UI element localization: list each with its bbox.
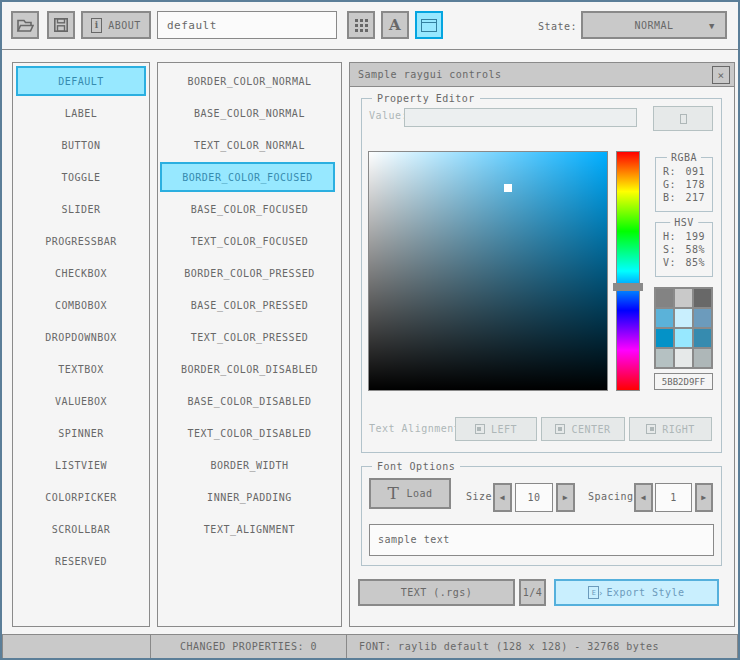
palette-swatch <box>694 289 711 307</box>
palette-swatch <box>694 349 711 367</box>
property-item-border-width[interactable]: BORDER_WIDTH <box>160 450 339 480</box>
controls-item-default[interactable]: DEFAULT <box>16 66 146 96</box>
controls-item-combobox[interactable]: COMBOBOX <box>15 290 147 320</box>
b-value: 217 <box>685 191 705 204</box>
controls-item-listview[interactable]: LISTVIEW <box>15 450 147 480</box>
align-center-icon <box>555 424 565 434</box>
close-button[interactable]: × <box>712 66 730 84</box>
controls-item-progressbar[interactable]: PROGRESSBAR <box>15 226 147 256</box>
font-sample-text-box: sample text <box>369 524 714 556</box>
about-button[interactable]: i ABOUT <box>81 11 151 39</box>
export-file-icon: E <box>588 586 599 599</box>
property-item-base-color-normal[interactable]: BASE_COLOR_NORMAL <box>160 98 339 128</box>
property-item-base-color-disabled[interactable]: BASE_COLOR_DISABLED <box>160 386 339 416</box>
spacing-decrement-button[interactable]: ◀ <box>634 483 653 512</box>
color-picker-panel[interactable] <box>368 151 608 391</box>
align-left-label: LEFT <box>491 424 517 435</box>
controls-item-toggle[interactable]: TOGGLE <box>15 162 147 192</box>
arrow-right-icon: ▶ <box>701 493 706 502</box>
controls-item-valuebox[interactable]: VALUEBOX <box>15 386 147 416</box>
hsv-h-row: H: 199 <box>656 230 712 243</box>
hex-color-value-box[interactable]: 5BB2D9FF <box>654 373 713 390</box>
property-item-border-color-normal[interactable]: BORDER_COLOR_NORMAL <box>160 66 339 96</box>
format-pager-button[interactable]: 1/4 <box>519 579 546 606</box>
square-glyph-icon <box>680 114 687 124</box>
property-item-border-color-pressed[interactable]: BORDER_COLOR_PRESSED <box>160 258 339 288</box>
state-label: State: <box>538 21 577 32</box>
state-dropdown-value: NORMAL <box>634 20 673 31</box>
hue-slider-handle[interactable] <box>613 283 643 291</box>
controls-item-colorpicker[interactable]: COLORPICKER <box>15 482 147 512</box>
export-format-button[interactable]: TEXT (.rgs) <box>358 579 515 606</box>
rgba-r-row: R: 091 <box>656 165 712 178</box>
controls-list: DEFAULT LABEL BUTTON TOGGLE SLIDER PROGR… <box>12 62 150 627</box>
arrow-left-icon: ◀ <box>641 493 646 502</box>
style-name-input[interactable] <box>157 11 337 39</box>
hue-slider[interactable] <box>616 151 640 391</box>
h-value: 199 <box>685 230 705 243</box>
property-item-text-color-disabled[interactable]: TEXT_COLOR_DISABLED <box>160 418 339 448</box>
spacing-value-box[interactable]: 1 <box>655 483 692 512</box>
view-font-button[interactable]: A <box>381 11 409 39</box>
controls-item-dropdownbox[interactable]: DROPDOWNBOX <box>15 322 147 352</box>
property-item-border-color-disabled[interactable]: BORDER_COLOR_DISABLED <box>160 354 339 384</box>
align-right-icon <box>646 424 656 434</box>
align-left-button[interactable]: LEFT <box>455 417 537 441</box>
open-file-button[interactable] <box>11 11 39 39</box>
state-dropdown[interactable]: NORMAL ▼ <box>581 11 727 39</box>
property-item-text-color-pressed[interactable]: TEXT_COLOR_PRESSED <box>160 322 339 352</box>
hsv-s-row: S: 58% <box>656 243 712 256</box>
property-item-text-color-focused[interactable]: TEXT_COLOR_FOCUSED <box>160 226 339 256</box>
controls-item-spinner[interactable]: SPINNER <box>15 418 147 448</box>
rgba-group: RGBA R: 091 G: 178 B: 217 <box>655 157 713 212</box>
palette-swatch <box>656 289 673 307</box>
view-style-table-button[interactable] <box>347 11 375 39</box>
size-value-box[interactable]: 10 <box>515 483 553 512</box>
sample-controls-window: Sample raygui controls × Property Editor… <box>349 62 735 627</box>
spacing-value: 1 <box>670 492 677 503</box>
b-label: B: <box>663 191 676 204</box>
grid-icon <box>355 19 368 32</box>
palette-swatch <box>675 309 692 327</box>
export-format-label: TEXT (.rgs) <box>401 587 473 598</box>
property-item-text-color-normal[interactable]: TEXT_COLOR_NORMAL <box>160 130 339 160</box>
window-icon <box>421 19 437 32</box>
property-item-base-color-focused[interactable]: BASE_COLOR_FOCUSED <box>160 194 339 224</box>
property-item-inner-padding[interactable]: INNER_PADDING <box>160 482 339 512</box>
align-right-button[interactable]: RIGHT <box>629 417 712 441</box>
controls-item-textbox[interactable]: TEXTBOX <box>15 354 147 384</box>
g-value: 178 <box>685 178 705 191</box>
controls-item-slider[interactable]: SLIDER <box>15 194 147 224</box>
value-label: Value: <box>369 110 408 121</box>
font-spacing-label: Spacing: <box>588 491 640 502</box>
property-item-border-color-focused[interactable]: BORDER_COLOR_FOCUSED <box>160 162 335 192</box>
spacing-increment-button[interactable]: ▶ <box>695 483 713 512</box>
property-item-base-color-pressed[interactable]: BASE_COLOR_PRESSED <box>160 290 339 320</box>
align-center-button[interactable]: CENTER <box>541 417 625 441</box>
palette-swatch <box>656 329 673 347</box>
size-increment-button[interactable]: ▶ <box>556 483 575 512</box>
view-controls-button[interactable] <box>415 11 443 39</box>
size-decrement-button[interactable]: ◀ <box>493 483 512 512</box>
r-label: R: <box>663 165 676 178</box>
load-font-button[interactable]: T Load <box>369 478 451 509</box>
value-input[interactable] <box>404 108 637 127</box>
property-editor-group-label: Property Editor <box>372 93 480 104</box>
value-snap-button[interactable] <box>653 106 713 131</box>
info-icon: i <box>91 18 102 33</box>
export-style-button[interactable]: E Export Style <box>554 579 719 606</box>
controls-item-label[interactable]: LABEL <box>15 98 147 128</box>
controls-item-button[interactable]: BUTTON <box>15 130 147 160</box>
sample-window-titlebar[interactable]: Sample raygui controls × <box>350 63 734 87</box>
property-item-text-alignment[interactable]: TEXT_ALIGNMENT <box>160 514 339 544</box>
arrow-right-icon: ▶ <box>563 493 568 502</box>
text-t-icon: T <box>388 485 400 502</box>
save-file-button[interactable] <box>47 11 75 39</box>
controls-item-reserved[interactable]: RESERVED <box>15 546 147 576</box>
controls-item-scrollbar[interactable]: SCROLLBAR <box>15 514 147 544</box>
controls-item-checkbox[interactable]: CHECKBOX <box>15 258 147 288</box>
s-label: S: <box>663 243 676 256</box>
color-picker-cursor[interactable] <box>504 184 512 192</box>
size-value: 10 <box>527 492 540 503</box>
hsv-group: HSV H: 199 S: 58% V: 85% <box>655 222 713 277</box>
